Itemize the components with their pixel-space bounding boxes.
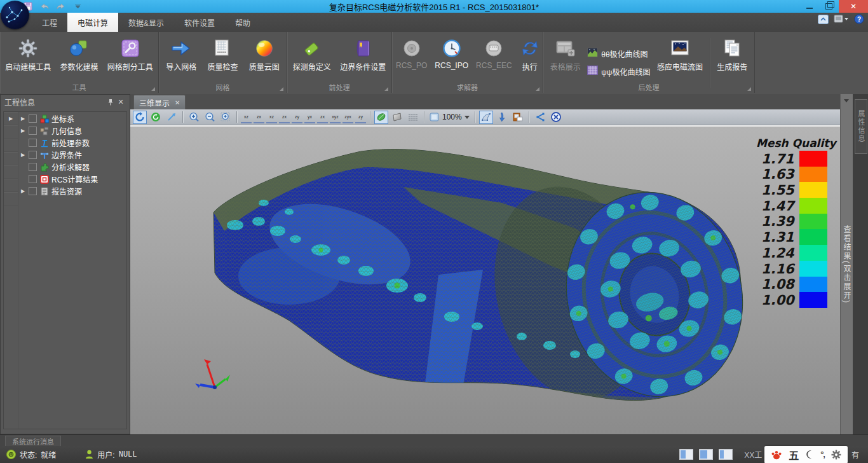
rainbow-sphere-icon	[254, 38, 275, 59]
surface-curve-icon[interactable]	[479, 111, 493, 124]
view-orientation-icon[interactable]: zx	[279, 111, 290, 123]
clamp-icon	[39, 150, 49, 160]
tree-checkbox[interactable]	[29, 163, 37, 171]
tree-checkbox[interactable]	[29, 151, 37, 159]
rcs-eec-button[interactable]: RCS_EEC	[472, 36, 516, 73]
collapse-ribbon-icon[interactable]	[818, 15, 829, 27]
share-nodes-icon[interactable]	[533, 111, 547, 124]
close-tab-icon[interactable]: ✕	[175, 99, 180, 106]
minimize-button[interactable]	[799, 0, 819, 13]
flat-shade-icon[interactable]	[390, 111, 404, 124]
quality-cloud-button[interactable]: 质量云图	[245, 36, 283, 74]
chevron-right-icon[interactable]: ▶	[8, 116, 14, 121]
tree-checkbox[interactable]	[29, 114, 37, 123]
group-expand-icon[interactable]	[536, 87, 539, 91]
window-style-icon[interactable]	[834, 14, 849, 27]
psi-polarization-chart-button[interactable]: ψψ极化曲线图	[587, 66, 650, 77]
zoom-extents-icon[interactable]	[219, 111, 233, 124]
menu-tab-help[interactable]: 帮助	[225, 13, 261, 32]
generate-report-button[interactable]: 生成报告	[713, 36, 751, 74]
view-orientation-icon[interactable]: zy	[355, 111, 366, 123]
tree-checkbox[interactable]	[29, 127, 37, 135]
layout-narrow-panel-icon[interactable]	[719, 449, 733, 460]
close-circle-icon[interactable]	[549, 111, 563, 124]
view-orientation-icon[interactable]: zx	[317, 111, 328, 123]
zoom-out-icon[interactable]	[203, 111, 217, 124]
ime-moon-icon[interactable]	[805, 450, 814, 459]
zoom-level-select[interactable]: 100%	[428, 113, 471, 122]
app-logo-icon[interactable]	[1, 1, 29, 29]
down-arrow-icon[interactable]	[495, 111, 509, 124]
execute-button[interactable]: 执行	[516, 36, 544, 74]
tree-item-boundary-conditions[interactable]: ▶ 边界条件	[18, 149, 126, 161]
ime-mode-label[interactable]: 五	[789, 447, 799, 462]
group-expand-icon[interactable]	[151, 87, 155, 91]
view-orientation-icon[interactable]: zyx	[342, 111, 353, 123]
ime-punctuation-icon[interactable]: °,	[820, 450, 825, 459]
induced-current-map-button[interactable]: 感应电磁流图	[653, 36, 707, 74]
shaded-leaf-icon[interactable]	[374, 111, 388, 124]
launch-modeling-tool-button[interactable]: 启动建模工具	[1, 36, 55, 74]
tree-item-preprocess-params[interactable]: T 前处理参数	[18, 137, 126, 149]
tab-3d-display[interactable]: 三维显示 ✕	[133, 95, 186, 109]
fit-arrow-icon[interactable]	[165, 111, 179, 124]
redo-icon[interactable]	[56, 1, 66, 11]
tree-checkbox[interactable]	[29, 187, 37, 195]
rcs-po-button[interactable]: RCS_PO	[392, 36, 431, 73]
tree-item-rcs-results[interactable]: RCS计算结果	[18, 173, 126, 185]
view-orientation-icon[interactable]: yx	[304, 111, 315, 123]
tree-checkbox[interactable]	[29, 175, 37, 183]
view-orientation-icon[interactable]: xyz	[330, 111, 341, 123]
probe-angle-button[interactable]: 探测角定义	[289, 36, 335, 74]
tree-item-analysis-solver[interactable]: 分析求解器	[18, 161, 126, 173]
rotate-view-icon[interactable]	[133, 111, 147, 124]
view-orientation-icon[interactable]: xz	[266, 111, 277, 123]
table-display-button[interactable]: 表格展示	[546, 36, 585, 74]
boundary-settings-button[interactable]: 边界条件设置	[336, 36, 390, 74]
close-panel-icon[interactable]: ✕	[116, 97, 126, 106]
property-info-tab[interactable]: 属性信息	[855, 99, 867, 154]
chevron-right-icon[interactable]: ▶	[20, 188, 26, 194]
ime-settings-gear-icon[interactable]	[831, 450, 841, 460]
tree-checkbox[interactable]	[29, 139, 37, 147]
theta-polarization-chart-button[interactable]: θθ极化曲线图	[587, 48, 650, 59]
menu-tab-data-display[interactable]: 数据&显示	[118, 13, 174, 32]
tree-item-coordinate-system[interactable]: ▶ 坐标系	[18, 113, 126, 125]
layout-wide-panel-icon[interactable]	[699, 449, 713, 460]
tree-item-geometry-info[interactable]: ▶ 几何信息	[18, 125, 126, 137]
chevron-right-icon[interactable]: ▶	[20, 116, 26, 121]
chevron-right-icon[interactable]: ▶	[20, 152, 26, 158]
group-expand-icon[interactable]	[747, 87, 751, 91]
import-mesh-button[interactable]: 导入网格	[162, 36, 200, 74]
menu-tab-settings[interactable]: 软件设置	[174, 13, 225, 32]
capture-image-icon[interactable]	[511, 111, 525, 124]
help-icon[interactable]: ?	[854, 14, 864, 27]
chevron-right-icon[interactable]: ▶	[20, 128, 26, 134]
layout-left-panel-icon[interactable]	[679, 449, 693, 460]
system-message-tab[interactable]: 系统运行消息	[5, 436, 61, 446]
restore-button[interactable]	[819, 0, 839, 13]
view-orientation-icon[interactable]: xz	[241, 111, 252, 123]
view-orientation-icon[interactable]: zx	[254, 111, 264, 123]
menu-tab-project[interactable]: 工程	[32, 13, 67, 32]
chevron-down-icon[interactable]	[844, 99, 849, 102]
zoom-in-icon[interactable]	[187, 111, 201, 124]
parametric-modeling-button[interactable]: 参数化建模	[56, 36, 102, 74]
undo-icon[interactable]	[39, 1, 50, 11]
mesh-partition-tool-button[interactable]: 网格剖分工具	[104, 36, 157, 74]
quality-check-button[interactable]: 质量检查	[203, 36, 241, 74]
group-expand-icon[interactable]	[384, 87, 388, 91]
ime-paw-icon[interactable]	[771, 450, 782, 460]
refresh-view-icon[interactable]	[149, 111, 163, 124]
view-results-collapsed-panel[interactable]: 查看结果(双击展开)	[840, 94, 853, 434]
viewport-3d[interactable]: Mesh Quality 1.71 1.63 1.55 1.47 1.39 1.…	[130, 125, 840, 434]
tree-item-report-resources[interactable]: ▶ 报告资源	[18, 185, 126, 197]
menu-tab-em-compute[interactable]: 电磁计算	[67, 13, 118, 32]
rcs-ipo-button[interactable]: RCS_IPO	[431, 36, 472, 73]
wireframe-grid-icon[interactable]	[406, 111, 420, 124]
quick-access-more-icon[interactable]	[72, 1, 83, 11]
view-orientation-icon[interactable]: zy	[292, 111, 302, 123]
group-expand-icon[interactable]	[280, 87, 283, 91]
close-button[interactable]: ✕	[839, 0, 868, 13]
pin-icon[interactable]	[105, 97, 116, 106]
